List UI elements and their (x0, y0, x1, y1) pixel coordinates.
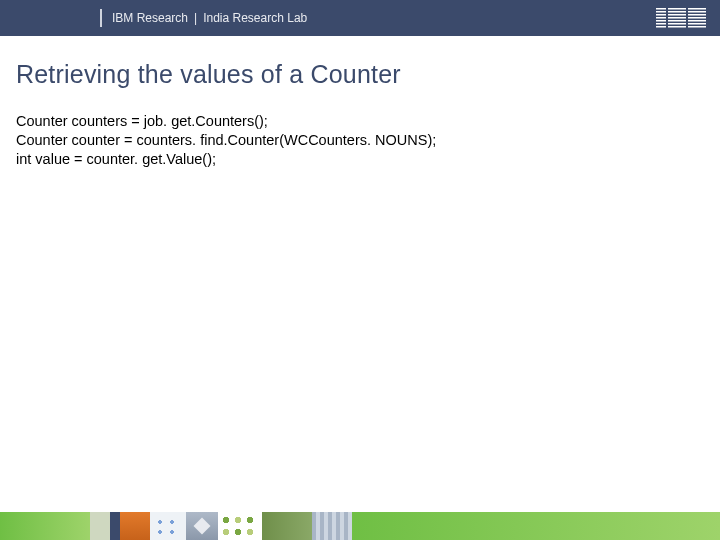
code-line: int value = counter. get.Value(); (16, 150, 436, 169)
svg-rect-7 (666, 8, 668, 28)
ibm-logo (656, 8, 706, 28)
svg-rect-4 (656, 20, 706, 22)
header-separator: | (194, 11, 197, 25)
footer-segment (352, 512, 720, 540)
footer-segment (186, 512, 218, 540)
svg-rect-2 (656, 14, 706, 16)
footer-segment (90, 512, 110, 540)
header-org: IBM Research (112, 11, 188, 25)
footer-segment (0, 512, 90, 540)
code-line: Counter counters = job. get.Counters(); (16, 112, 436, 131)
footer-segment (218, 512, 262, 540)
footer-segment (312, 512, 352, 540)
slide-footer-graphic (0, 512, 720, 540)
footer-segment (262, 512, 312, 540)
ibm-logo-icon (656, 8, 706, 28)
svg-rect-3 (656, 17, 706, 19)
header-lab: India Research Lab (203, 11, 307, 25)
svg-rect-1 (656, 11, 706, 13)
svg-rect-0 (656, 8, 706, 10)
slide-title: Retrieving the values of a Counter (16, 60, 401, 89)
code-line: Counter counter = counters. find.Counter… (16, 131, 436, 150)
svg-rect-8 (686, 8, 688, 28)
footer-segment (150, 512, 186, 540)
header-divider (100, 9, 102, 27)
svg-rect-6 (656, 26, 706, 28)
code-block: Counter counters = job. get.Counters(); … (16, 112, 436, 169)
slide-header: IBM Research | India Research Lab (0, 0, 720, 36)
footer-segment (120, 512, 150, 540)
svg-rect-5 (656, 23, 706, 25)
footer-segment (110, 512, 120, 540)
